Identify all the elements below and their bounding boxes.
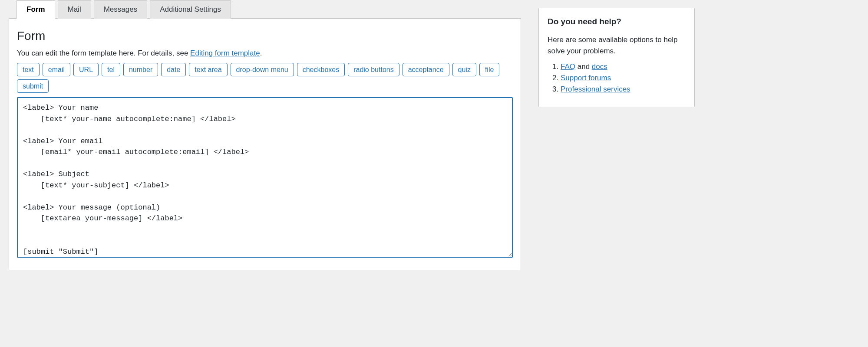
help-item-faq-docs: FAQ and docs [561, 62, 686, 71]
link-faq[interactable]: FAQ [561, 62, 575, 71]
tag-btn-radio[interactable]: radio buttons [348, 63, 399, 76]
tag-btn-date[interactable]: date [161, 63, 186, 76]
help-intro: Here are some available options to help … [548, 34, 686, 56]
help-heading: Do you need help? [548, 17, 686, 26]
tag-btn-submit[interactable]: submit [17, 79, 49, 93]
tag-buttons-row: text email URL tel number date text area… [17, 63, 513, 93]
tag-btn-quiz[interactable]: quiz [452, 63, 476, 76]
link-support-forums[interactable]: Support forums [561, 74, 611, 82]
tab-messages[interactable]: Messages [94, 0, 147, 19]
tab-additional-settings[interactable]: Additional Settings [150, 0, 231, 19]
link-editing-form-template[interactable]: Editing form template [190, 49, 260, 57]
panel-heading: Form [17, 29, 513, 43]
tag-btn-email[interactable]: email [43, 63, 70, 76]
help-item-professional-services: Professional services [561, 85, 686, 94]
tag-btn-dropdown[interactable]: drop-down menu [231, 63, 294, 76]
tab-mail[interactable]: Mail [58, 0, 91, 19]
panel-intro: You can edit the form template here. For… [17, 49, 513, 58]
tag-btn-textarea[interactable]: text area [189, 63, 227, 76]
tag-btn-url[interactable]: URL [73, 63, 99, 76]
help-box: Do you need help? Here are some availabl… [538, 8, 695, 107]
tag-btn-checkboxes[interactable]: checkboxes [297, 63, 345, 76]
link-professional-services[interactable]: Professional services [561, 85, 630, 93]
help-options-list: FAQ and docs Support forums Professional… [548, 62, 686, 94]
editor-tabs: Form Mail Messages Additional Settings [17, 0, 521, 19]
tag-btn-number[interactable]: number [123, 63, 158, 76]
intro-text-prefix: You can edit the form template here. For… [17, 49, 190, 57]
tag-btn-tel[interactable]: tel [102, 63, 120, 76]
intro-text-suffix: . [260, 49, 262, 57]
tag-btn-file[interactable]: file [479, 63, 499, 76]
help-item-support-forums: Support forums [561, 74, 686, 82]
tag-btn-acceptance[interactable]: acceptance [403, 63, 449, 76]
form-template-textarea[interactable] [17, 97, 513, 258]
tab-form[interactable]: Form [17, 0, 55, 19]
form-panel: Form You can edit the form template here… [9, 18, 521, 270]
tag-btn-text[interactable]: text [17, 63, 40, 76]
link-docs[interactable]: docs [592, 62, 607, 71]
